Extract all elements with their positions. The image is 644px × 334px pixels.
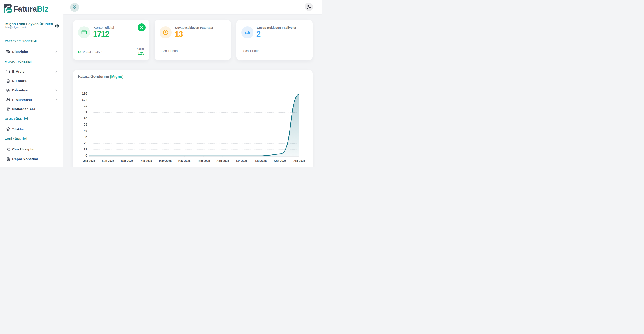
svg-text:Şub 2025: Şub 2025	[102, 159, 114, 162]
svg-text:Haz 2025: Haz 2025	[178, 159, 190, 162]
svg-text:Eyl 2025: Eyl 2025	[236, 159, 248, 162]
svg-text:81: 81	[84, 110, 88, 114]
svg-text:93: 93	[84, 104, 88, 107]
svg-text:Kas 2025: Kas 2025	[274, 159, 286, 162]
svg-text:Eki 2025: Eki 2025	[255, 159, 266, 162]
svg-text:23: 23	[84, 141, 88, 145]
svg-text:70: 70	[84, 116, 88, 120]
svg-text:Ağu 2025: Ağu 2025	[216, 159, 229, 162]
svg-text:0: 0	[86, 154, 88, 157]
svg-text:May 2025: May 2025	[159, 159, 172, 162]
svg-text:Tem 2025: Tem 2025	[197, 159, 210, 162]
svg-text:104: 104	[82, 98, 87, 101]
svg-text:35: 35	[84, 135, 88, 139]
svg-text:Nis 2025: Nis 2025	[140, 159, 152, 162]
svg-text:Ara 2025: Ara 2025	[293, 159, 305, 162]
svg-text:Oca 2025: Oca 2025	[82, 159, 95, 162]
svg-text:58: 58	[84, 122, 88, 126]
svg-text:116: 116	[82, 91, 87, 95]
svg-text:Mar 2025: Mar 2025	[121, 159, 133, 162]
svg-text:12: 12	[84, 147, 88, 151]
svg-text:46: 46	[84, 129, 88, 132]
